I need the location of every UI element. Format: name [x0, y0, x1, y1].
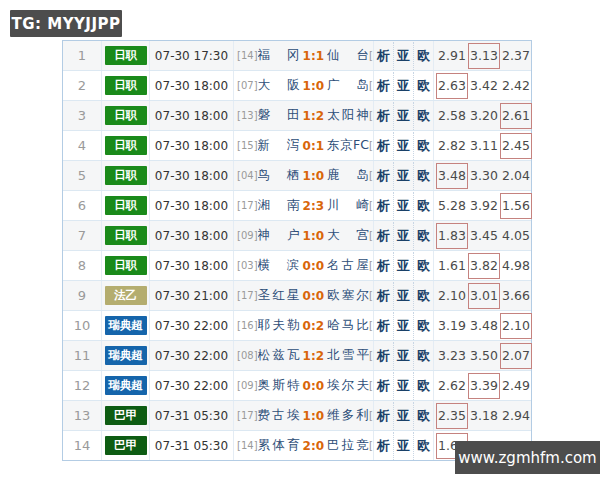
home-team[interactable]: 松兹瓦	[258, 347, 300, 364]
row-number: 12	[63, 371, 101, 400]
euro-odds-link[interactable]: 欧	[413, 282, 433, 310]
analysis-link[interactable]: 析	[374, 132, 393, 160]
home-team[interactable]: 新泻	[258, 137, 300, 154]
asian-odds-link[interactable]: 亚	[393, 42, 413, 70]
away-team[interactable]: 埃尔夫	[327, 377, 369, 394]
euro-odds-link[interactable]: 欧	[413, 222, 433, 250]
asian-odds-link[interactable]: 亚	[393, 102, 413, 130]
analysis-link[interactable]: 析	[374, 102, 393, 130]
league-badge[interactable]: 法乙	[105, 286, 147, 305]
asian-odds-link[interactable]: 亚	[393, 72, 413, 100]
away-team[interactable]: 川崎	[327, 197, 369, 214]
euro-odds-link[interactable]: 欧	[413, 102, 433, 130]
euro-odds-link[interactable]: 欧	[413, 42, 433, 70]
away-team[interactable]: 东京FC	[327, 137, 369, 154]
odds-away: 2.49	[500, 376, 532, 396]
home-team[interactable]: 湘南	[258, 197, 300, 214]
asian-odds-link[interactable]: 亚	[393, 432, 413, 460]
euro-odds-link[interactable]: 欧	[413, 372, 433, 400]
euro-odds-link[interactable]: 欧	[413, 342, 433, 370]
asian-odds-link[interactable]: 亚	[393, 192, 413, 220]
away-team[interactable]: 哈马比	[327, 317, 369, 334]
analysis-link[interactable]: 析	[374, 342, 393, 370]
away-team[interactable]: 欧塞尔	[327, 287, 369, 304]
links-cell: 析 亚 欧	[373, 131, 433, 160]
asian-odds-link[interactable]: 亚	[393, 282, 413, 310]
league-badge[interactable]: 日职	[105, 106, 147, 125]
euro-odds-link[interactable]: 欧	[413, 192, 433, 220]
row-number: 9	[63, 281, 101, 310]
away-team[interactable]: 鹿岛	[327, 167, 369, 184]
away-team[interactable]: 北雪平	[327, 347, 369, 364]
match-datetime: 07-30 18:00	[149, 131, 233, 160]
league-badge[interactable]: 日职	[105, 76, 147, 95]
match-teams: [03] 横滨 0:0 名古屋 [18]	[233, 251, 373, 280]
euro-odds-link[interactable]: 欧	[413, 132, 433, 160]
league-badge[interactable]: 日职	[105, 256, 147, 275]
euro-odds-link[interactable]: 欧	[413, 252, 433, 280]
analysis-link[interactable]: 析	[374, 72, 393, 100]
league-cell: 巴甲	[101, 431, 149, 460]
analysis-link[interactable]: 析	[374, 402, 393, 430]
league-badge[interactable]: 瑞典超	[105, 316, 147, 335]
asian-odds-link[interactable]: 亚	[393, 162, 413, 190]
league-badge[interactable]: 瑞典超	[105, 346, 147, 365]
odds-home: 1.61	[436, 256, 468, 276]
asian-odds-link[interactable]: 亚	[393, 402, 413, 430]
asian-odds-link[interactable]: 亚	[393, 342, 413, 370]
match-score: 0:2	[303, 319, 325, 333]
home-team[interactable]: 奥斯特	[258, 377, 300, 394]
asian-odds-link[interactable]: 亚	[393, 312, 413, 340]
home-team[interactable]: 横滨	[258, 257, 300, 274]
home-team[interactable]: 圣红星	[258, 287, 300, 304]
euro-odds-link[interactable]: 欧	[413, 72, 433, 100]
analysis-link[interactable]: 析	[374, 162, 393, 190]
euro-odds-link[interactable]: 欧	[413, 162, 433, 190]
away-team[interactable]: 仙台	[327, 47, 369, 64]
league-badge[interactable]: 日职	[105, 196, 147, 215]
table-row: 7 日职 07-30 18:00 [09] 神户 1:0 大宫 [10] 析 亚…	[63, 221, 531, 251]
asian-odds-link[interactable]: 亚	[393, 222, 413, 250]
analysis-link[interactable]: 析	[374, 222, 393, 250]
away-team[interactable]: 名古屋	[327, 257, 369, 274]
euro-odds-link[interactable]: 欧	[413, 402, 433, 430]
league-badge[interactable]: 日职	[105, 46, 147, 65]
analysis-link[interactable]: 析	[374, 432, 393, 460]
match-teams: [15] 新泻 0:1 东京FC [16]	[233, 131, 373, 160]
away-team[interactable]: 巴拉竞	[327, 437, 369, 454]
odds-cell: 2.35 3.18 2.94	[433, 401, 531, 430]
home-team[interactable]: 费古埃	[258, 407, 300, 424]
league-badge[interactable]: 瑞典超	[105, 376, 147, 395]
odds-away: 2.45	[500, 133, 532, 159]
asian-odds-link[interactable]: 亚	[393, 132, 413, 160]
match-score: 0:1	[303, 139, 325, 153]
analysis-link[interactable]: 析	[374, 252, 393, 280]
euro-odds-link[interactable]: 欧	[413, 432, 433, 460]
league-badge[interactable]: 日职	[105, 166, 147, 185]
league-badge[interactable]: 巴甲	[105, 406, 147, 425]
home-team[interactable]: 累体育	[258, 437, 300, 454]
table-row: 9 法乙 07-30 21:00 [17] 圣红星 0:0 欧塞尔 [14] 析…	[63, 281, 531, 311]
asian-odds-link[interactable]: 亚	[393, 252, 413, 280]
league-badge[interactable]: 巴甲	[105, 436, 147, 455]
home-team[interactable]: 耶夫勒	[258, 317, 300, 334]
away-team[interactable]: 太阳神	[327, 107, 369, 124]
analysis-link[interactable]: 析	[374, 282, 393, 310]
home-team[interactable]: 鸟栖	[258, 167, 300, 184]
home-team[interactable]: 福冈	[258, 47, 300, 64]
away-team[interactable]: 广岛	[327, 77, 369, 94]
euro-odds-link[interactable]: 欧	[413, 312, 433, 340]
home-team[interactable]: 磐田	[258, 107, 300, 124]
analysis-link[interactable]: 析	[374, 372, 393, 400]
home-team[interactable]: 神户	[258, 227, 300, 244]
analysis-link[interactable]: 析	[374, 312, 393, 340]
match-teams: [09] 神户 1:0 大宫 [10]	[233, 221, 373, 250]
league-badge[interactable]: 日职	[105, 226, 147, 245]
asian-odds-link[interactable]: 亚	[393, 372, 413, 400]
analysis-link[interactable]: 析	[374, 192, 393, 220]
league-badge[interactable]: 日职	[105, 136, 147, 155]
away-team[interactable]: 大宫	[327, 227, 369, 244]
analysis-link[interactable]: 析	[374, 42, 393, 70]
home-team[interactable]: 大阪	[258, 77, 300, 94]
away-team[interactable]: 维多利	[327, 407, 369, 424]
